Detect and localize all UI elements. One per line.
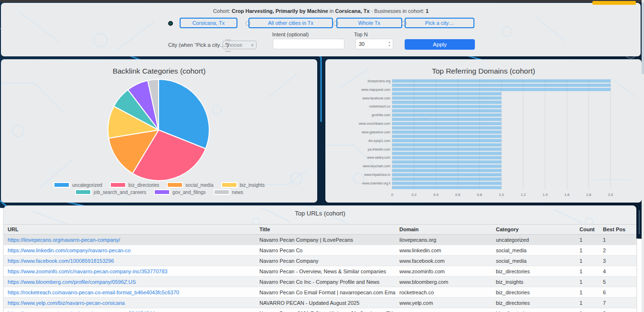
scope-button-whole-tx[interactable]: Whole Tx (336, 18, 402, 28)
pie-card-pattern (1, 59, 317, 203)
legend-swatch (214, 189, 230, 195)
legend-item-job_search_and_careers[interactable]: job_search_and_careers (75, 189, 146, 195)
table-title: Top URLs (cohort) (4, 210, 636, 217)
column-header-domain: Domain (396, 225, 492, 235)
pie-slice-gov_and_filings (128, 80, 159, 130)
domain-cell: www.zoominfo.com (396, 266, 492, 277)
url-cell: https://www.linkedin.com/company/navarro… (4, 245, 256, 256)
title-cell: Navarro Pecan Co Email Format | navarrop… (256, 287, 396, 298)
count-cell: 1 (576, 245, 599, 256)
url-link[interactable]: https://www.yelp.com/biz/navarro-pecan-c… (8, 300, 125, 306)
url-link[interactable]: https://www.mapquest.com/us/texas/navarr… (8, 311, 155, 312)
scope-radio-corsicana[interactable] (168, 21, 173, 26)
domain-cell: www.bloomberg.com (396, 277, 492, 287)
column-header-url: URL (4, 225, 256, 235)
dashboard-page: Cohort: Crop Harvesting, Primarily by Ma… (0, 0, 644, 312)
url-link[interactable]: https://rocketreach.co/navarro-pecan-co-… (8, 290, 179, 295)
table-row[interactable]: https://www.mapquest.com/us/texas/navarr… (4, 308, 636, 312)
intent-input[interactable] (273, 39, 344, 49)
stepper-up-icon[interactable]: ▴ (387, 41, 392, 43)
url-cell: https://www.bloomberg.com/profile/compan… (4, 277, 256, 287)
legend-item-social_media[interactable]: social_media (167, 182, 213, 188)
legend-item-biz_insights[interactable]: biz_insights (221, 182, 265, 188)
svg-text:1.4: 1.4 (543, 193, 547, 197)
bar (392, 161, 502, 164)
domain-cell: www.yelp.com (396, 298, 492, 308)
topn-label: Top N (354, 32, 368, 37)
bar (392, 79, 611, 83)
url-cell: https://www.mapquest.com/us/texas/navarr… (4, 308, 256, 312)
url-link[interactable]: https://www.zoominfo.com/c/navarro-pecan… (8, 269, 167, 274)
city-select[interactable]: — choose — ∨ (223, 41, 257, 49)
legend-item-gov_and_filings[interactable]: gov_and_filings (154, 189, 206, 195)
title-cell: Navarro Pecan Company | ILovePecans (256, 235, 396, 245)
apply-button[interactable]: Apply (405, 39, 475, 50)
legend-swatch (221, 182, 237, 188)
title-cell: Navarro Pecan, 2131 E State Highway 31, … (256, 308, 396, 312)
svg-text:0.6: 0.6 (455, 193, 460, 197)
bar-tick-label: www.salary.com (366, 156, 390, 160)
best-pos-cell: 7 (599, 298, 636, 308)
legend-swatch (154, 189, 170, 195)
scope-button-pick-city[interactable]: Pick a city… (405, 18, 474, 28)
scrollbar[interactable] (642, 0, 644, 312)
pie-chart (1, 59, 317, 203)
bar-tick-label: www.chamber.org.il (362, 182, 390, 185)
url-link[interactable]: https://ilovepecans.org/navarro-pecan-co… (8, 237, 120, 243)
url-link[interactable]: https://www.bloomberg.com/profile/compan… (8, 279, 136, 285)
title-cell: NAVARRO PECAN - Updated August 2025 (256, 298, 396, 308)
url-cell: https://www.zoominfo.com/c/navarro-pecan… (4, 266, 256, 277)
bar-tick-label: rocketreach.co (369, 105, 390, 108)
svg-text:1.2: 1.2 (521, 193, 526, 197)
url-link[interactable]: https://www.facebook.com/100085918153296 (8, 258, 114, 264)
url-link[interactable]: https://www.linkedin.com/company/navarro… (8, 247, 130, 253)
bar-tick-label: www.glassdoor.com (361, 130, 390, 134)
cohort-prefix: Cohort: (213, 8, 230, 14)
bar (392, 105, 502, 108)
legend-item-uncategorized[interactable]: uncategorized (54, 182, 102, 188)
stepper-down-icon[interactable]: ▾ (387, 44, 392, 47)
bar-tick-label: www.tripadvisor.in (364, 173, 391, 177)
category-cell: uncategorized (492, 235, 576, 245)
category-cell: biz_directories (492, 298, 576, 308)
cohort-suffix: · Businesses in cohort: (371, 8, 424, 14)
partial-yellow-button[interactable] (592, 1, 636, 5)
bar (392, 118, 502, 121)
svg-text:1.0: 1.0 (499, 193, 504, 197)
domain-cell: rocketreach.co (396, 287, 492, 298)
table-row[interactable]: https://www.linkedin.com/company/navarro… (4, 245, 636, 256)
svg-text:0.2: 0.2 (411, 193, 416, 197)
table-row[interactable]: https://www.bloomberg.com/profile/compan… (4, 277, 636, 287)
bar (392, 135, 502, 138)
table-row[interactable]: https://www.zoominfo.com/c/navarro-pecan… (4, 266, 636, 277)
table-row[interactable]: https://rocketreach.co/navarro-pecan-co-… (4, 287, 636, 298)
intent-label: Intent (optional) (268, 32, 312, 37)
cohort-count: 1 (426, 8, 429, 14)
legend-item-biz_directories[interactable]: biz_directories (110, 182, 159, 188)
pie-slice-biz_directories (132, 130, 205, 181)
bar-tick-label: dm.epiq11.com (368, 139, 390, 143)
table-row[interactable]: https://www.facebook.com/100085918153296… (4, 256, 636, 266)
referring-domains-card: Top Referring Domains (cohort) 00.20.40.… (325, 59, 642, 203)
scope-button-other-cities[interactable]: All other cities in Tx (248, 18, 333, 28)
bar (392, 109, 502, 113)
best-pos-cell: 2 (599, 245, 636, 256)
top-urls-card: Top URLs (cohort) URLTitleDomainCategory… (4, 205, 636, 312)
table-row[interactable]: https://www.yelp.com/biz/navarro-pecan-c… (4, 298, 636, 308)
table-row[interactable]: https://ilovepecans.org/navarro-pecan-co… (4, 235, 636, 245)
pie-slice-social_media (108, 130, 159, 173)
scrollbar-thumb[interactable] (642, 2, 644, 74)
scope-button-corsicana[interactable]: Corsicana, Tx (180, 18, 237, 28)
bar (392, 101, 502, 104)
legend-item-news[interactable]: news (214, 189, 243, 195)
bar-tick-label: ilovepecans.org (367, 79, 390, 83)
bar (392, 88, 611, 91)
bar-tick-label: www.crunchbase.com (358, 122, 390, 125)
topn-input[interactable] (355, 39, 393, 49)
legend-label: news (232, 190, 243, 195)
cohort-infix: in (330, 8, 334, 14)
table-header-row: URLTitleDomainCategoryCountBest Pos (4, 225, 636, 235)
url-cell: https://www.facebook.com/100085918153296 (4, 256, 256, 266)
category-cell: biz_directories (492, 266, 576, 277)
bar-tick-label: www.keychain.com (362, 164, 390, 168)
